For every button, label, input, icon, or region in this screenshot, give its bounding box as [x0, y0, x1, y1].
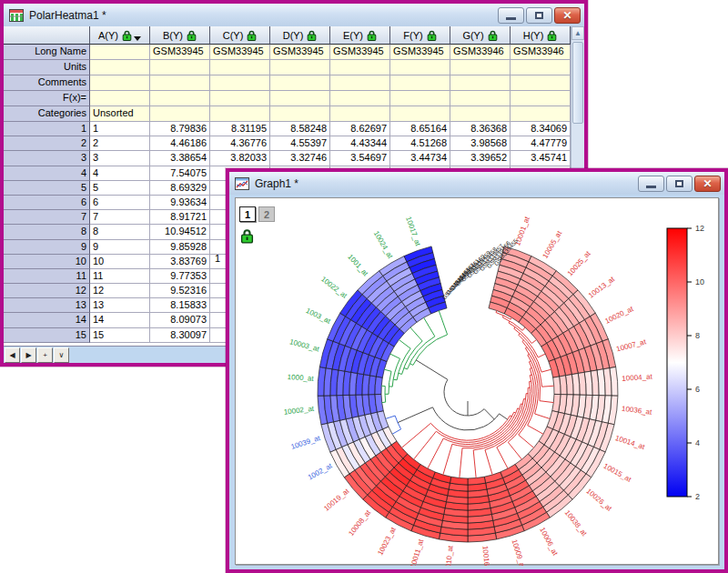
data-cell[interactable]: 3	[90, 151, 150, 166]
row-number[interactable]: 15	[4, 328, 90, 343]
data-cell[interactable]: 10.94512	[150, 225, 210, 239]
data-cell[interactable]: 5	[90, 181, 150, 196]
graph-window[interactable]: Graph1 * ✕ 10001_at10005_at10025_at10013…	[226, 168, 728, 573]
data-cell[interactable]: 3.45741	[511, 151, 571, 166]
worksheet-titlebar[interactable]: PolarHeatma1 * ✕	[4, 4, 584, 26]
graph-titlebar[interactable]: Graph1 * ✕	[229, 172, 724, 195]
data-cell[interactable]: 4.55397	[270, 136, 330, 151]
column-header-H(Y)[interactable]: H(Y)	[511, 26, 571, 45]
row-number[interactable]: 9	[4, 240, 90, 255]
data-cell[interactable]: 4.46186	[150, 136, 210, 151]
row-number[interactable]: 1	[4, 122, 90, 136]
column-header-E(Y)[interactable]: E(Y)	[330, 26, 390, 45]
header-cell[interactable]	[390, 60, 450, 75]
header-cell[interactable]: GSM33945	[390, 45, 450, 60]
header-cell[interactable]	[150, 60, 210, 75]
header-cell[interactable]: GSM33945	[330, 45, 390, 60]
data-cell[interactable]: 9.77353	[150, 269, 210, 284]
header-cell[interactable]	[390, 75, 450, 91]
header-cell[interactable]	[150, 75, 210, 91]
row-number[interactable]: 10	[4, 255, 90, 269]
header-cell[interactable]: GSM33946	[450, 45, 511, 60]
data-cell[interactable]: 9.52316	[150, 284, 210, 298]
header-cell[interactable]	[150, 91, 210, 106]
data-cell[interactable]: 4	[90, 166, 150, 181]
data-cell[interactable]: 3.82033	[210, 151, 270, 166]
data-cell[interactable]: 8.36368	[450, 122, 511, 136]
row-number[interactable]: 12	[4, 284, 90, 298]
column-header-D(Y)[interactable]: D(Y)	[270, 26, 330, 45]
header-cell[interactable]	[210, 106, 270, 122]
data-cell[interactable]: 8.30097	[150, 328, 210, 343]
row-label[interactable]: Long Name	[4, 45, 90, 60]
header-cell[interactable]	[90, 45, 150, 60]
header-cell[interactable]	[150, 106, 210, 122]
row-label[interactable]: Units	[4, 60, 90, 75]
row-label[interactable]: Categories	[4, 106, 90, 122]
data-cell[interactable]: 6	[90, 196, 150, 210]
header-cell[interactable]	[511, 60, 571, 75]
row-number[interactable]: 5	[4, 181, 90, 196]
data-cell[interactable]: 2	[90, 136, 150, 151]
header-cell[interactable]	[390, 91, 450, 106]
tab-nav-first-button[interactable]: ◀	[5, 347, 20, 363]
graph-restore-button[interactable]	[666, 176, 693, 192]
data-cell[interactable]: 8.58248	[270, 122, 330, 136]
data-cell[interactable]: 12	[90, 284, 150, 298]
data-cell[interactable]: 11	[90, 269, 150, 284]
scrollbar-thumb[interactable]	[572, 42, 583, 124]
data-cell[interactable]: 3.83769	[150, 255, 210, 269]
data-cell[interactable]: 15	[90, 328, 150, 343]
header-cell[interactable]	[270, 75, 330, 91]
header-cell[interactable]	[511, 75, 571, 91]
data-cell[interactable]: 3.32746	[270, 151, 330, 166]
column-header-G(Y)[interactable]: G(Y)	[450, 26, 511, 45]
header-cell[interactable]: GSM33945	[210, 45, 270, 60]
header-cell[interactable]: GSM33945	[270, 45, 330, 60]
row-number[interactable]: 3	[4, 151, 90, 166]
column-header-B(Y)[interactable]: B(Y)	[150, 26, 210, 45]
corner-header-cell[interactable]	[4, 26, 90, 45]
header-cell[interactable]	[210, 75, 270, 91]
row-number[interactable]: 6	[4, 196, 90, 210]
row-number[interactable]: 8	[4, 225, 90, 239]
data-cell[interactable]: 1	[90, 122, 150, 136]
header-cell[interactable]: Unsorted	[90, 106, 150, 122]
data-cell[interactable]: 8.34069	[511, 122, 571, 136]
header-cell[interactable]	[511, 106, 571, 122]
header-cell[interactable]	[90, 60, 150, 75]
data-cell[interactable]: 3.44734	[390, 151, 450, 166]
tab-list-button[interactable]: ∨	[54, 347, 69, 363]
column-header-C(Y)[interactable]: C(Y)	[210, 26, 270, 45]
graph-minimize-button[interactable]	[638, 176, 664, 192]
data-cell[interactable]: 3.39652	[450, 151, 511, 166]
header-cell[interactable]: GSM33945	[150, 45, 210, 60]
row-number[interactable]: 14	[4, 313, 90, 327]
data-cell[interactable]: 4.47779	[511, 136, 571, 151]
data-cell[interactable]: 7	[90, 210, 150, 225]
data-cell[interactable]: 9.93634	[150, 196, 210, 210]
data-cell[interactable]: 3.54697	[330, 151, 390, 166]
header-cell[interactable]	[450, 75, 511, 91]
header-cell[interactable]	[270, 60, 330, 75]
column-header-A(Y)[interactable]: A(Y)	[90, 26, 150, 45]
row-label[interactable]: F(x)=	[4, 91, 90, 106]
minimize-button[interactable]	[498, 7, 524, 24]
data-cell[interactable]: 3.38654	[150, 151, 210, 166]
column-header-F(Y)[interactable]: F(Y)	[390, 26, 450, 45]
header-cell[interactable]	[450, 91, 511, 106]
lock-icon[interactable]	[240, 228, 254, 246]
restore-button[interactable]	[526, 7, 552, 24]
scroll-up-button[interactable]: ▲	[571, 26, 584, 40]
data-cell[interactable]: 7.54075	[150, 166, 210, 181]
header-cell[interactable]	[270, 91, 330, 106]
data-cell[interactable]: 4.51268	[390, 136, 450, 151]
header-cell[interactable]	[330, 60, 390, 75]
graph-close-button[interactable]: ✕	[694, 176, 721, 192]
row-number[interactable]: 2	[4, 136, 90, 151]
data-cell[interactable]: 8	[90, 225, 150, 239]
header-cell[interactable]: GSM33946	[511, 45, 571, 60]
row-number[interactable]: 7	[4, 210, 90, 225]
close-button[interactable]: ✕	[554, 7, 581, 24]
header-cell[interactable]	[511, 91, 571, 106]
